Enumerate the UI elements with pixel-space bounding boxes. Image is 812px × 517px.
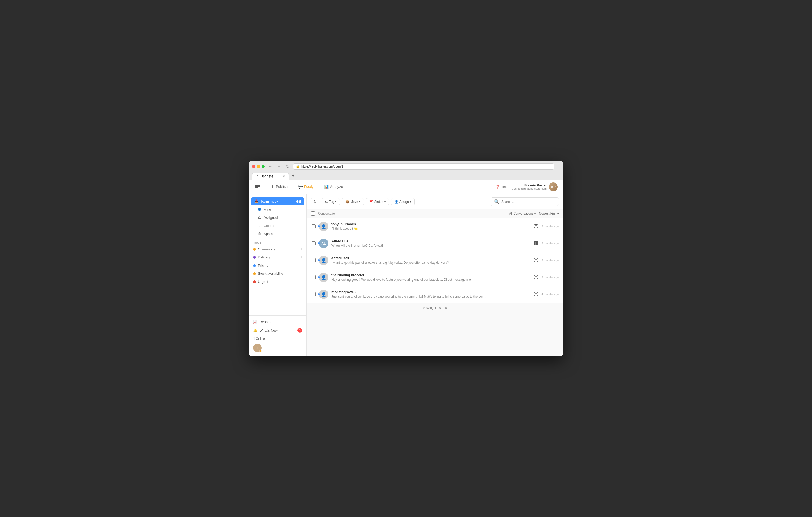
- sidebar-item-mine[interactable]: 👤 Mine: [249, 206, 306, 214]
- conv-time-3: 2 months ago: [541, 259, 559, 262]
- assigned-label: Assigned: [264, 216, 278, 219]
- tag-button[interactable]: 🏷 Tag ▾: [321, 198, 340, 206]
- move-button[interactable]: 📦 Move ▾: [342, 198, 364, 206]
- conv-platform-instagram-3: [534, 258, 538, 263]
- conv-checkbox-5[interactable]: [312, 292, 316, 296]
- conv-preview-1: I'll think about it 🌟: [331, 227, 488, 231]
- conv-content-1: tony_bjurmalm I'll think about it 🌟: [331, 222, 531, 231]
- spam-icon: 🗑: [257, 232, 262, 236]
- publish-icon: ⬆: [271, 185, 274, 189]
- tags-section-label: Tags: [249, 238, 306, 245]
- urgent-tag-label: Urgent: [258, 280, 268, 283]
- search-box[interactable]: 🔍: [491, 197, 559, 206]
- conv-checkbox-2[interactable]: [312, 241, 316, 245]
- move-chevron-icon: ▾: [359, 200, 360, 203]
- conv-checkbox-4[interactable]: [312, 275, 316, 279]
- svg-point-7: [537, 259, 537, 259]
- maximize-button[interactable]: [262, 165, 265, 168]
- whats-new-icon: 🔔: [253, 329, 257, 332]
- assign-button[interactable]: 👤 Assign ▾: [391, 198, 415, 206]
- svg-rect-8: [534, 275, 538, 279]
- sidebar-item-tag-urgent[interactable]: Urgent: [249, 278, 306, 286]
- help-button[interactable]: ❓ Help: [495, 185, 508, 189]
- tab-icon: 🗒: [256, 175, 259, 178]
- conversation-row[interactable]: 👤 the.running.bracelet Hey :) looking go…: [307, 269, 563, 286]
- assign-chevron-icon: ▾: [410, 200, 411, 203]
- conv-checkbox-1[interactable]: [312, 224, 316, 229]
- conv-preview-4: Hey :) looking good ! We would love to f…: [331, 278, 488, 281]
- conversation-row[interactable]: 👤 tony_bjurmalm I'll think about it 🌟: [307, 218, 563, 235]
- user-avatar[interactable]: BP: [549, 182, 558, 191]
- inbox-icon: 📥: [254, 200, 258, 203]
- avatar-placeholder-4: 👤: [321, 275, 326, 280]
- conv-avatar-4: 👤: [319, 273, 328, 282]
- sort-filter[interactable]: Newest First ▾: [539, 212, 559, 215]
- back-button[interactable]: ←: [267, 164, 273, 169]
- status-button[interactable]: 🚩 Status ▾: [366, 198, 389, 206]
- assigned-icon: 🗂: [257, 216, 262, 219]
- refresh-button[interactable]: ↻: [311, 198, 319, 206]
- avatar-placeholder-3: 👤: [321, 258, 326, 263]
- active-tab[interactable]: 🗒 Open (5) ✕: [252, 173, 289, 180]
- online-section: 1 Online: [249, 335, 306, 343]
- sidebar-item-closed[interactable]: ✓ Closed: [249, 222, 306, 230]
- conversation-row[interactable]: 👤 alfredluatri I want to get this pair o…: [307, 252, 563, 269]
- traffic-lights: [252, 165, 265, 168]
- search-input[interactable]: [501, 200, 555, 204]
- browser-menu-icon[interactable]: ⋮: [556, 164, 560, 169]
- sidebar-item-reports[interactable]: 📈 Reports: [249, 318, 306, 326]
- mine-icon: 👤: [257, 208, 262, 211]
- conv-meta-2: 2 months ago: [534, 241, 559, 246]
- select-all-checkbox[interactable]: [311, 211, 315, 216]
- sidebar-item-tag-stock[interactable]: Stock availability: [249, 270, 306, 278]
- browser-chrome: ← → ↻ 🔒 https://reply.buffer.com/open/1 …: [249, 161, 563, 180]
- publish-tab[interactable]: ⬆ Publish: [266, 180, 293, 194]
- all-conversations-filter[interactable]: All Conversations ▾: [509, 212, 536, 215]
- conversation-row[interactable]: 👤 madetogrow13 Just sent you a follow! L…: [307, 286, 563, 303]
- sidebar-item-tag-community[interactable]: Community 1: [249, 245, 306, 253]
- all-conv-chevron-icon: ▾: [534, 212, 536, 215]
- close-button[interactable]: [252, 165, 255, 168]
- conv-avatar-1: 👤: [319, 222, 328, 231]
- community-tag-count: 1: [300, 247, 302, 251]
- delivery-tag-dot: [253, 256, 256, 259]
- analyze-tab[interactable]: 📊 Analyze: [319, 180, 348, 194]
- sidebar-item-tag-pricing[interactable]: Pricing: [249, 262, 306, 270]
- buffer-logo: [254, 183, 261, 190]
- sidebar-item-assigned[interactable]: 🗂 Assigned: [249, 214, 306, 222]
- conv-preview-3: I want to get this pair of sneakers as a…: [331, 261, 488, 265]
- sidebar-item-whats-new[interactable]: 🔔 What's New 3: [249, 326, 306, 335]
- reply-tab[interactable]: 💬 Reply: [293, 180, 319, 194]
- conv-username-4: the.running.bracelet: [331, 273, 531, 277]
- unread-indicator-1: [318, 225, 320, 227]
- unread-indicator-5: [318, 293, 320, 295]
- help-label: Help: [501, 185, 508, 189]
- stock-tag-label: Stock availability: [258, 272, 283, 275]
- conversation-row[interactable]: AL Alfred Lua When will the first run be…: [307, 235, 563, 252]
- reload-button[interactable]: ↻: [285, 164, 291, 169]
- conv-meta-4: 2 months ago: [534, 275, 559, 280]
- conv-checkbox-3[interactable]: [312, 258, 316, 263]
- sidebar-item-team-inbox[interactable]: 📥 Team Inbox 5: [251, 197, 304, 206]
- sidebar-item-spam[interactable]: 🗑 Spam: [249, 230, 306, 238]
- status-chevron-icon: ▾: [384, 200, 385, 203]
- avatar-placeholder-1: 👤: [321, 224, 326, 229]
- new-tab-button[interactable]: +: [289, 172, 297, 180]
- assign-label: Assign: [400, 200, 409, 204]
- online-user-avatar: BP: [253, 344, 262, 352]
- conv-platform-instagram-1: [534, 224, 538, 229]
- svg-point-6: [535, 259, 537, 261]
- sidebar-item-tag-delivery[interactable]: Delivery 1: [249, 253, 306, 262]
- tab-close-button[interactable]: ✕: [283, 175, 285, 178]
- address-bar[interactable]: 🔒 https://reply.buffer.com/open/1: [293, 163, 554, 170]
- filter-all-label: All Conversations: [509, 212, 533, 215]
- forward-button[interactable]: →: [276, 164, 283, 169]
- sort-label: Newest First: [539, 212, 556, 215]
- browser-window: ← → ↻ 🔒 https://reply.buffer.com/open/1 …: [249, 161, 563, 356]
- unread-indicator-3: [318, 259, 320, 262]
- conv-meta-5: 4 months ago: [534, 292, 559, 297]
- assign-icon: 👤: [395, 200, 399, 204]
- conv-content-4: the.running.bracelet Hey :) looking good…: [331, 273, 531, 281]
- minimize-button[interactable]: [257, 165, 260, 168]
- team-inbox-label: Team Inbox: [261, 200, 278, 203]
